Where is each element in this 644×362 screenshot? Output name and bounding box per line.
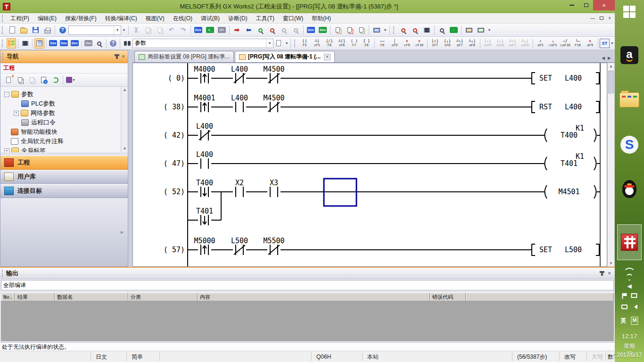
- tab-close-button[interactable]: ×: [324, 54, 330, 60]
- ladder-tool-npulse-down[interactable]: ┤↓├saF6: [495, 38, 506, 49]
- ladder-scrollbar[interactable]: ▲ ▼: [607, 63, 615, 267]
- ladder-tool-invert-result[interactable]: ─/caF10: [560, 38, 571, 49]
- nav-more-icon[interactable]: »: [120, 229, 123, 235]
- menu-compile[interactable]: 转换/编译(C): [101, 13, 141, 24]
- nav-property-button[interactable]: [38, 75, 49, 85]
- mdi-restore-button[interactable]: [600, 16, 603, 20]
- taskbar-gx-works2[interactable]: [617, 224, 642, 260]
- all-display-button[interactable]: [371, 25, 382, 35]
- taskbar-sogou[interactable]: S: [620, 136, 638, 154]
- tree-item-plc-parameter[interactable]: PLC参数: [21, 99, 55, 108]
- read-from-plc-button[interactable]: ⬅: [243, 25, 254, 35]
- ladder-tool-open-branch[interactable]: ┴├sF5: [311, 38, 322, 49]
- output-pin-icon[interactable]: [601, 271, 603, 276]
- menu-tools[interactable]: 工具(T): [252, 13, 279, 24]
- restore-button[interactable]: [579, 0, 593, 10]
- monitor-graph2-button[interactable]: [410, 25, 421, 35]
- nav-copy-button[interactable]: [15, 75, 25, 85]
- tree-splitter[interactable]: ·········: [0, 152, 128, 156]
- ladder-tool-npulse-down-branch[interactable]: ┴↓├saF8: [519, 38, 530, 49]
- watch2-button[interactable]: ←: [448, 25, 459, 35]
- doc-find-button[interactable]: [274, 38, 284, 49]
- tab-scroll-left-icon[interactable]: ◀: [602, 56, 605, 60]
- ladder-scroll-thumb[interactable]: [608, 71, 614, 93]
- ladder-tool-close-contact[interactable]: ┤/├F6: [324, 38, 335, 49]
- menu-project[interactable]: 工程(P): [6, 13, 33, 24]
- ladder-tool-vline[interactable]: │sF9: [389, 38, 400, 49]
- device-comment-button[interactable]: Dev: [48, 38, 58, 49]
- monitor-start-button[interactable]: [255, 25, 266, 35]
- tree-scrollbar[interactable]: ▲ ▼: [121, 87, 128, 156]
- tree-item-global-comment[interactable]: 全局软元件注释: [11, 137, 64, 146]
- taskbar-amazon[interactable]: a: [620, 46, 638, 64]
- print-button[interactable]: [42, 25, 53, 35]
- menu-window[interactable]: 窗口(W): [279, 13, 307, 24]
- watch1-button[interactable]: [437, 25, 447, 35]
- statement-display-button[interactable]: [344, 25, 355, 35]
- ladder-tool-hline[interactable]: ──F9: [377, 38, 388, 49]
- monitor-graph1-button[interactable]: [398, 25, 409, 35]
- paste-button[interactable]: [154, 25, 165, 35]
- toolbar1-overflow3[interactable]: ▼: [487, 25, 492, 35]
- monitor-graph3-button[interactable]: [421, 25, 432, 35]
- taskbar-explorer[interactable]: [619, 92, 639, 107]
- menu-help[interactable]: 帮助(H): [307, 13, 335, 24]
- combo-arrow-icon[interactable]: ▼: [114, 26, 121, 34]
- monitor-step-button[interactable]: [290, 25, 301, 35]
- mdi-close-button[interactable]: ×: [608, 16, 611, 21]
- redo-button[interactable]: ↷: [178, 25, 189, 35]
- open-project-button[interactable]: [18, 25, 29, 35]
- tree-item-network-parameter[interactable]: +网络参数: [14, 108, 55, 118]
- collapse-icon[interactable]: -: [4, 92, 9, 97]
- output-close-icon[interactable]: ×: [608, 270, 611, 277]
- device-register-button[interactable]: Dev: [317, 25, 328, 35]
- save-project-button[interactable]: [30, 25, 41, 35]
- ladder-tool-npulse-up[interactable]: ┤↑├saF5: [482, 38, 493, 49]
- tree-item-remote-password[interactable]: 远程口令: [21, 118, 56, 127]
- monitor-stop-button[interactable]: [267, 25, 278, 35]
- module-config-button[interactable]: [20, 38, 30, 49]
- undo-button[interactable]: ↶: [166, 25, 177, 35]
- ladder-tool-open-contact[interactable]: ┤├F5: [299, 38, 310, 49]
- nav-close-icon[interactable]: ×: [122, 53, 125, 60]
- ladder-tool-delete[interactable]: ×aF9: [584, 38, 595, 49]
- device-search-mode-button[interactable]: [94, 38, 104, 49]
- network-tray-icon[interactable]: [623, 271, 636, 280]
- device-display-button[interactable]: Dev: [305, 25, 316, 35]
- action-center-flag-icon[interactable]: [622, 293, 627, 299]
- toolbar2-overflow[interactable]: ▼: [284, 38, 289, 49]
- nav-sort-button[interactable]: ▼: [65, 75, 76, 85]
- expand-icon[interactable]: +: [14, 111, 19, 116]
- clock-time[interactable]: 12:17: [622, 333, 637, 340]
- menu-diagnostics[interactable]: 诊断(D): [224, 13, 252, 24]
- nav-footer[interactable]: »: [0, 198, 128, 267]
- ladder-scroll-up-icon[interactable]: ▲: [608, 64, 614, 68]
- nav-refresh-button[interactable]: [50, 75, 61, 85]
- tree-scroll-up-icon[interactable]: ▲: [121, 88, 128, 92]
- trace2-button[interactable]: [475, 25, 486, 35]
- titlebar[interactable]: MELSOFT系列 GX Works2 (工程未设置) - [[PRG]写入 0…: [0, 0, 615, 13]
- ladder-tool-close-branch[interactable]: ┴/├sF6: [336, 38, 347, 49]
- navigation-toggle-button[interactable]: [7, 38, 17, 49]
- ladder-tool-invert-down[interactable]: ↓caF5: [547, 38, 559, 49]
- tab-program-editor[interactable]: [PRG]写入 08 運転準備-1 (... ×: [235, 51, 335, 62]
- ladder-tool-invert-up[interactable]: ↑aF5: [535, 38, 546, 49]
- toolbar1-overflow2[interactable]: ▼: [382, 25, 388, 35]
- menu-edit[interactable]: 编辑(E): [33, 13, 61, 24]
- taskbar-qq[interactable]: [620, 179, 638, 199]
- start-button[interactable]: [623, 6, 636, 18]
- device-display-mode-button[interactable]: Dev: [83, 38, 93, 49]
- device-search-combo[interactable]: 参数 ▼: [132, 39, 273, 48]
- inline-st-button[interactable]: ST: [600, 39, 610, 48]
- menu-find-replace[interactable]: 搜索/替换(F): [61, 13, 101, 24]
- ladder-tool-del-vline[interactable]: ×cF10: [413, 38, 425, 49]
- tree-item-intelligent-module[interactable]: 智能功能模块: [11, 127, 58, 137]
- ladder-tool-coil[interactable]: ( )F7: [348, 38, 360, 49]
- comment-display-button[interactable]: [332, 25, 343, 35]
- nav-button-user-library[interactable]: 用户库: [0, 170, 128, 184]
- note-display-button[interactable]: [356, 25, 367, 35]
- find-button[interactable]: [122, 38, 132, 49]
- ime-language-indicator[interactable]: 英: [620, 317, 626, 325]
- tab-local-label[interactable]: 局部标签设置 08 [PRG] 運転準...: [134, 51, 234, 62]
- display-tray-icon[interactable]: [631, 293, 637, 298]
